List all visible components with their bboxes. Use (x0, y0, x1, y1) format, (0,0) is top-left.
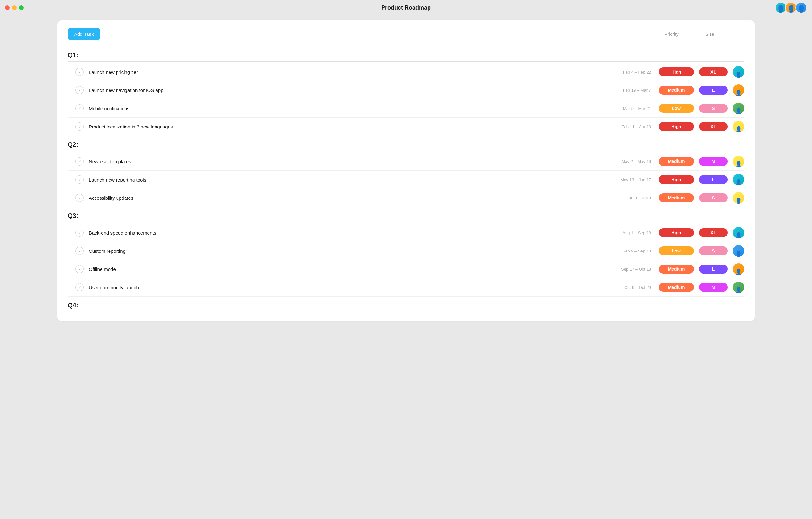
priority-badge[interactable]: Medium (659, 86, 694, 94)
task-check-icon[interactable]: ✓ (75, 283, 84, 292)
maximize-button[interactable] (19, 5, 24, 10)
task-check-icon[interactable]: ✓ (75, 194, 84, 202)
size-badge[interactable]: S (699, 246, 728, 255)
priority-badge[interactable]: High (659, 67, 694, 76)
priority-badge[interactable]: Medium (659, 157, 694, 166)
toolbar: Add Task Priority Size (68, 28, 744, 40)
sections-container: Q1:✓Launch new pricing tierFeb 4 – Feb 2… (68, 46, 744, 312)
table-row: ✓Product localization in 3 new languages… (68, 118, 744, 136)
task-date: May 13 – Jun 17 (600, 177, 651, 182)
priority-badge[interactable]: Medium (659, 193, 694, 202)
priority-badge[interactable]: Low (659, 246, 694, 255)
table-row: ✓Launch new pricing tierFeb 4 – Feb 22Hi… (68, 63, 744, 81)
task-date: Sep 9 – Sep 13 (600, 249, 651, 253)
size-badge[interactable]: L (699, 175, 728, 184)
table-row: ✓New user templatesMay 2 – May 16MediumM… (68, 153, 744, 171)
table-row: ✓Launch new reporting toolsMay 13 – Jun … (68, 171, 744, 189)
avatar: 👤 (733, 263, 744, 275)
size-badge[interactable]: M (699, 157, 728, 166)
top-right-avatars: 👤👤👤 (775, 2, 807, 13)
size-badge[interactable]: XL (699, 67, 728, 76)
avatar: 👤 (733, 174, 744, 185)
size-badge[interactable]: L (699, 86, 728, 94)
priority-badge[interactable]: High (659, 122, 694, 131)
task-date: Feb 4 – Feb 22 (600, 70, 651, 75)
avatar: 👤 (733, 103, 744, 114)
task-date: Sep 17 – Oct 18 (600, 267, 651, 272)
table-row: ✓Mobile notificationsMar 5 – Mar 21LowS👤 (68, 100, 744, 118)
task-name: Launch new navigation for iOS app (89, 87, 600, 93)
task-check-icon[interactable]: ✓ (75, 157, 84, 166)
priority-badge[interactable]: Low (659, 104, 694, 113)
size-col-header: Size (691, 32, 729, 37)
task-date: May 2 – May 16 (600, 159, 651, 164)
task-date: Feb 19 – Mar 7 (600, 88, 651, 93)
priority-col-header: Priority (652, 32, 691, 37)
priority-badge[interactable]: Medium (659, 265, 694, 274)
task-date: Feb 11 – Apr 10 (600, 124, 651, 129)
priority-badge[interactable]: High (659, 228, 694, 237)
table-row: ✓Offline modeSep 17 – Oct 18MediumL👤 (68, 260, 744, 278)
task-name: Offline mode (89, 267, 600, 272)
table-row: ⠿✓Back-end speed enhancementsAug 1 – Sep… (68, 224, 744, 242)
page-title: Product Roadmap (381, 4, 431, 11)
avatar: 👤 (733, 245, 744, 256)
table-row: ✓Launch new navigation for iOS appFeb 19… (68, 81, 744, 100)
traffic-lights (5, 5, 24, 10)
avatar: 👤 (733, 281, 744, 293)
avatar: 👤 (733, 227, 744, 238)
task-check-icon[interactable]: ✓ (75, 265, 84, 273)
avatar: 👤 (733, 192, 744, 203)
priority-badge[interactable]: Medium (659, 283, 694, 292)
task-check-icon[interactable]: ✓ (75, 122, 84, 131)
task-check-icon[interactable]: ✓ (75, 104, 84, 112)
task-check-icon[interactable]: ✓ (75, 247, 84, 255)
table-row: ✓Accessibility updatesJul 1 – Jul 9Mediu… (68, 189, 744, 207)
task-name: User community launch (89, 285, 600, 290)
content-card: Add Task Priority Size Q1:✓Launch new pr… (57, 21, 755, 321)
add-task-button[interactable]: Add Task (68, 28, 100, 40)
task-date: Aug 1 – Sep 18 (600, 230, 651, 235)
task-name: Custom reporting (89, 248, 600, 254)
column-headers: Priority Size (652, 32, 744, 37)
top-avatar-2: 👤 (795, 2, 807, 13)
size-badge[interactable]: S (699, 193, 728, 202)
size-badge[interactable]: M (699, 283, 728, 292)
section-header-q3: Q3: (68, 207, 744, 222)
avatar: 👤 (733, 66, 744, 78)
task-check-icon[interactable]: ✓ (75, 175, 84, 184)
main-content: Add Task Priority Size Q1:✓Launch new pr… (0, 15, 812, 326)
avatar: 👤 (733, 121, 744, 132)
task-name: Accessibility updates (89, 195, 600, 201)
task-check-icon[interactable]: ✓ (75, 228, 84, 237)
avatar: 👤 (733, 84, 744, 96)
task-name: Launch new pricing tier (89, 70, 600, 75)
table-row: ✓Custom reportingSep 9 – Sep 13LowS👤 (68, 242, 744, 260)
minimize-button[interactable] (12, 5, 17, 10)
close-button[interactable] (5, 5, 9, 10)
task-name: Product localization in 3 new languages (89, 124, 600, 130)
task-name: Mobile notifications (89, 106, 600, 111)
task-name: Launch new reporting tools (89, 177, 600, 183)
avatar: 👤 (733, 156, 744, 167)
task-check-icon[interactable]: ✓ (75, 68, 84, 76)
size-badge[interactable]: L (699, 265, 728, 274)
section-header-q4: Q4: (68, 297, 744, 312)
size-badge[interactable]: XL (699, 228, 728, 237)
task-name: New user templates (89, 159, 600, 164)
task-date: Jul 1 – Jul 9 (600, 196, 651, 200)
top-avatar-1: 👤 (785, 2, 797, 13)
section-header-q1: Q1: (68, 46, 744, 62)
task-check-icon[interactable]: ✓ (75, 86, 84, 94)
task-date: Oct 9 – Oct 29 (600, 285, 651, 290)
table-row: ✓User community launchOct 9 – Oct 29Medi… (68, 278, 744, 297)
size-badge[interactable]: S (699, 104, 728, 113)
section-header-q2: Q2: (68, 136, 744, 151)
priority-badge[interactable]: High (659, 175, 694, 184)
task-name: Back-end speed enhancements (89, 230, 600, 236)
title-bar: Product Roadmap 👤👤👤 (0, 0, 812, 15)
top-avatar-0: 👤 (775, 2, 786, 13)
task-date: Mar 5 – Mar 21 (600, 106, 651, 111)
size-badge[interactable]: XL (699, 122, 728, 131)
